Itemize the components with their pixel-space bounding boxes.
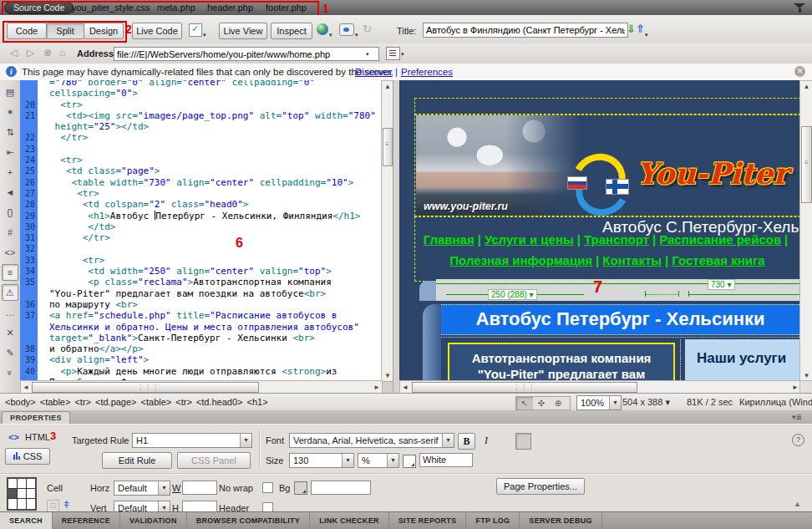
collapse-selection-icon[interactable]: ⇤ <box>2 144 18 160</box>
results-tab-link-checker[interactable]: LINK CHECKER <box>310 512 389 529</box>
align-left-button[interactable] <box>500 433 515 450</box>
code-vscroll-thumb[interactable]: ≡ <box>383 128 393 166</box>
edit-rule-button[interactable]: Edit Rule <box>102 452 172 469</box>
window-size-select[interactable]: 504 x 388 ▾ <box>622 397 670 408</box>
related-file-tab[interactable]: meta.php <box>157 3 195 13</box>
align-right-button[interactable] <box>531 433 547 450</box>
live-code-button[interactable]: Live Code <box>132 23 182 39</box>
code-line[interactable]: 40 <p>Каждый день многие люди отправляют… <box>20 366 381 377</box>
code-line[interactable]: 22 </tr> <box>20 132 381 143</box>
more-chevron-icon[interactable]: » <box>2 364 18 381</box>
back-icon[interactable]: ◁ <box>10 47 18 58</box>
design-left-cell[interactable]: Автотранспортная компания "You-Piter" пр… <box>448 343 675 380</box>
results-tab-validation[interactable]: VALIDATION <box>120 512 187 529</box>
code-line[interactable]: 23 <box>20 144 381 155</box>
results-tab-search[interactable]: SEARCH <box>0 512 53 529</box>
css-mode-button[interactable]: CSS <box>5 448 50 465</box>
code-line[interactable]: 21 <td><img src="images/page_top.png" al… <box>20 110 381 121</box>
nav-link[interactable]: Услуги и цены <box>485 232 574 247</box>
size-unit-select[interactable]: % <box>358 453 399 468</box>
zoom-tool-icon[interactable]: ⊕ <box>550 397 566 409</box>
source-code-tab[interactable]: Source Code <box>4 2 74 14</box>
code-view-button[interactable]: Code <box>7 23 47 39</box>
select-tool-icon[interactable]: ↖ <box>516 397 533 409</box>
design-view[interactable]: www.you-piter.ru You-Piter Автобус С.Пет… <box>399 80 799 380</box>
split-view-button[interactable]: Split <box>46 23 84 39</box>
address-input[interactable] <box>114 47 379 61</box>
tag-selector-item[interactable]: <tr> <box>74 397 91 407</box>
code-line[interactable]: Хельсинки и обратно. Цены и места отправ… <box>20 322 381 333</box>
check-browser-compatibility-icon[interactable]: ✓ <box>189 23 202 37</box>
tag-selector-item[interactable]: <tr> <box>175 397 192 407</box>
related-file-tab[interactable]: footer.php <box>266 3 307 13</box>
open-documents-icon[interactable]: ▤ <box>2 84 18 100</box>
code-line[interactable]: 38и обратно</a></p> <box>20 343 381 354</box>
design-hscroll-thumb[interactable]: ⋮⋮⋮ <box>412 382 637 393</box>
italic-button[interactable]: I <box>479 433 494 448</box>
code-line[interactable]: cellspacing="0"> <box>20 88 381 99</box>
bg-color-field[interactable] <box>311 481 371 495</box>
nav-link[interactable]: Транспорт <box>584 232 649 247</box>
code-line[interactable]: 35 <p class="reclama">Автотранспортная к… <box>20 277 381 287</box>
code-line[interactable]: 29 <h1>Автобус Петербург - Хельсинки, Фи… <box>20 211 381 221</box>
nav-link[interactable]: Полезная информация <box>449 253 592 267</box>
select-parent-tag-icon[interactable]: ◄ <box>2 184 18 201</box>
design-header-image[interactable]: www.you-piter.ru You-Piter Автобус С.Пет… <box>414 114 799 216</box>
results-tab-ftp-log[interactable]: FTP LOG <box>466 512 520 529</box>
design-nav-menu[interactable]: Главная|Услуги и цены|Транспорт|Расписан… <box>414 216 799 282</box>
code-line[interactable]: 39<div align="left"> <box>20 354 381 365</box>
text-color-swatch[interactable] <box>403 455 416 468</box>
code-line[interactable]: ="780" border="0" align="center" cellpad… <box>20 80 381 88</box>
results-tab-site-reports[interactable]: SITE REPORTS <box>389 512 467 529</box>
related-file-tab[interactable]: header.php <box>207 3 253 13</box>
refresh-icon[interactable]: ↻ <box>363 23 376 36</box>
align-justify-button[interactable] <box>547 433 563 450</box>
document-title-input[interactable] <box>423 23 628 38</box>
home-icon[interactable]: ⌂ <box>59 47 65 58</box>
font-select[interactable]: Verdana, Arial, Helvetica, sans-serif <box>289 433 454 448</box>
tag-selector-item[interactable]: <body> <box>5 397 36 407</box>
view-options-icon[interactable] <box>386 47 400 60</box>
code-line[interactable]: 32 <box>20 243 381 254</box>
code-line[interactable]: 20 <tr> <box>20 99 381 110</box>
hand-tool-icon[interactable]: ✣ <box>533 397 550 409</box>
bold-button[interactable]: B <box>458 433 475 450</box>
discover-link[interactable]: Discover <box>355 67 393 77</box>
visual-aids-icon[interactable] <box>339 23 354 36</box>
code-line[interactable]: target="_blank">Санкт-Петербург - Хельси… <box>20 333 381 343</box>
nav-link[interactable]: Расписание рейсов <box>659 232 781 247</box>
code-line[interactable]: 33 <tr> <box>20 255 381 266</box>
merge-cells-button[interactable]: ⊡ <box>47 500 59 512</box>
syntax-error-alerts-icon[interactable]: ⚠ <box>2 284 18 301</box>
results-tab-reference[interactable]: REFERENCE <box>53 512 120 529</box>
code-line[interactable]: height="25"></td> <box>20 121 381 132</box>
tag-selector-item[interactable]: <h1> <box>247 397 268 407</box>
size-select[interactable]: 130 <box>289 453 354 468</box>
show-code-navigator-icon[interactable]: ✶ <box>2 104 18 120</box>
code-line[interactable]: 30 </td> <box>20 221 381 232</box>
design-vertical-scrollbar[interactable]: ▲ ≡ ▼ <box>799 80 812 382</box>
word-wrap-icon[interactable]: ≡ <box>2 264 18 281</box>
get-file-icon[interactable]: ⇓ <box>627 23 636 35</box>
inspect-button[interactable]: Inspect <box>271 23 312 39</box>
collapse-panel-icon[interactable]: ▲ <box>794 500 801 508</box>
indent-code-icon[interactable]: ✎ <box>2 344 18 361</box>
tag-selector-item[interactable]: <td.head0> <box>196 397 243 407</box>
related-file-tab[interactable]: you_piter_style.css <box>72 3 150 13</box>
code-editor[interactable]: ="780" border="0" align="center" cellpad… <box>20 80 381 380</box>
table-width-bar[interactable]: 730 ▾ 250 (288) ▾ <box>436 279 799 301</box>
code-line[interactable]: 31 </tr> <box>20 232 381 243</box>
code-line[interactable]: 25 <td class="page"> <box>20 165 381 176</box>
column-width-label[interactable]: 250 (288) ▾ <box>488 289 537 300</box>
text-color-field[interactable]: White <box>419 453 473 467</box>
horz-select[interactable]: Default <box>114 481 170 496</box>
align-center-button[interactable] <box>515 433 531 450</box>
code-line[interactable]: 34 <td width="250" align="center" valign… <box>20 266 381 277</box>
highlight-invalid-code-icon[interactable]: <> <box>2 244 18 261</box>
magnification-select[interactable]: 100% <box>576 395 622 410</box>
code-hscroll-thumb[interactable]: ⋮⋮⋮ <box>32 382 259 393</box>
table-width-total[interactable]: 730 ▾ <box>708 279 735 290</box>
help-icon[interactable]: ? <box>792 434 804 446</box>
bg-color-swatch[interactable] <box>294 481 307 495</box>
code-line[interactable]: 26 <table width="730" align="center" cel… <box>20 177 381 188</box>
